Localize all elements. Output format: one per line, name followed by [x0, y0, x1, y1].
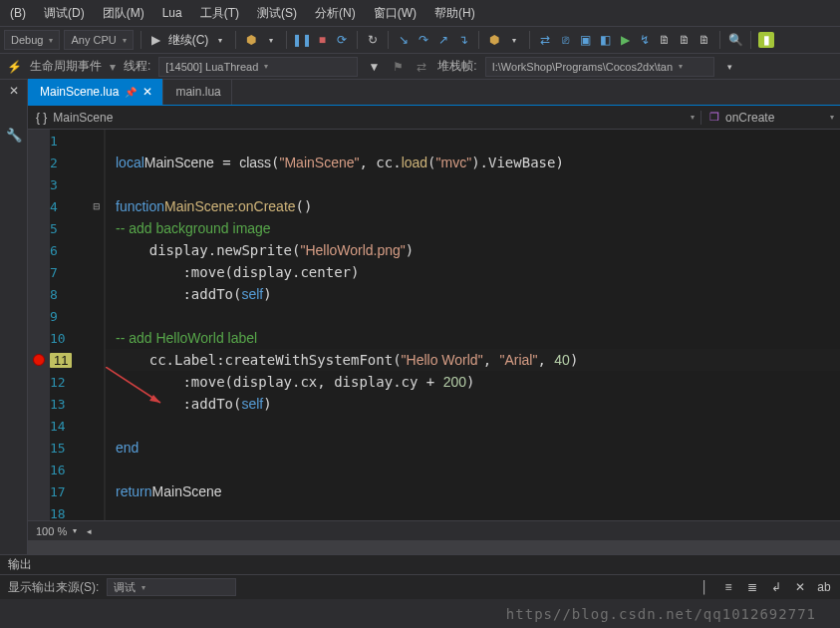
- tool-d-icon[interactable]: ◧: [597, 32, 613, 48]
- config-combo[interactable]: Debug▾: [4, 30, 60, 50]
- pin-icon[interactable]: 📌: [125, 87, 137, 98]
- tool-e-icon[interactable]: ▶: [617, 32, 633, 48]
- code-line[interactable]: -- add HelloWorld label: [106, 327, 840, 349]
- out-ico-3[interactable]: ≣: [744, 579, 760, 595]
- breakpoint-icon[interactable]: [33, 354, 45, 366]
- thread-combo[interactable]: [14500] LuaThread▾: [158, 57, 358, 77]
- flag-icon[interactable]: ⚑: [390, 59, 406, 75]
- output-window: 输出 显示输出来源(S): 调试▾ │ ≡ ≣ ↲ ✕ ab https//bl…: [0, 554, 840, 599]
- stackframe-combo[interactable]: I:\WorkShop\Programs\Cocos2dx\tan▾: [485, 57, 714, 77]
- hex2-icon[interactable]: ⬢: [486, 32, 502, 48]
- refresh-icon[interactable]: ↻: [365, 32, 381, 48]
- filter-icon[interactable]: ▼: [366, 59, 382, 75]
- menu-item[interactable]: 调试(D): [38, 3, 91, 24]
- search-icon[interactable]: 🔍: [727, 32, 743, 48]
- main-toolbar: Debug▾ Any CPU▾ ▶ 继续(C) ▾ ⬢ ▾ ❚❚ ■ ⟳ ↻ ↘…: [0, 26, 840, 54]
- life-events-label: 生命周期事件: [30, 58, 102, 75]
- fold-gutter[interactable]: ⊟: [90, 130, 104, 520]
- nav-bar: { } MainScene ▾ ❒ onCreate ▾: [28, 106, 840, 130]
- stack-caret-icon[interactable]: ▾: [722, 59, 738, 75]
- hex-icon[interactable]: ⬢: [243, 32, 259, 48]
- code-line[interactable]: [106, 130, 840, 152]
- output-source-combo[interactable]: 调试▾: [107, 578, 236, 596]
- code-line[interactable]: :move(display.center): [106, 261, 840, 283]
- code-body[interactable]: local MainScene = class("MainScene", cc.…: [104, 130, 840, 520]
- code-line[interactable]: [106, 415, 840, 437]
- tool-a-icon[interactable]: ⇄: [537, 32, 553, 48]
- caret2-icon[interactable]: ▾: [506, 32, 522, 48]
- platform-combo[interactable]: Any CPU▾: [64, 30, 133, 50]
- code-line[interactable]: :move(display.cx, display.cy + 200): [106, 371, 840, 393]
- debug-context-bar: ⚡ 生命周期事件 ▾ 线程: [14500] LuaThread▾ ▼ ⚑ ⇄ …: [0, 54, 840, 80]
- tool-f-icon[interactable]: ↯: [637, 32, 653, 48]
- code-line[interactable]: [106, 305, 840, 327]
- thread-label: 线程:: [124, 58, 150, 75]
- menu-item[interactable]: (B): [4, 4, 32, 22]
- menu-item[interactable]: 团队(M): [97, 3, 150, 24]
- step-into-icon[interactable]: ↘: [396, 32, 412, 48]
- out-ico-1[interactable]: │: [697, 579, 712, 595]
- out-ico-4[interactable]: ↲: [768, 579, 784, 595]
- scope-combo[interactable]: { } MainScene ▾: [28, 111, 700, 125]
- output-toolbar: 显示输出来源(S): 调试▾ │ ≡ ≣ ↲ ✕ ab https//blog.…: [0, 575, 840, 599]
- swap-icon[interactable]: ⇄: [414, 59, 429, 75]
- step-out-icon[interactable]: ↗: [435, 32, 451, 48]
- menu-item[interactable]: 工具(T): [194, 3, 245, 24]
- doc-a-icon[interactable]: 🗎: [657, 32, 673, 48]
- wrench-icon[interactable]: 🔧: [6, 128, 22, 143]
- code-line[interactable]: function MainScene:onCreate(): [106, 195, 840, 217]
- member-combo[interactable]: ❒ onCreate ▾: [700, 111, 840, 125]
- code-line[interactable]: [106, 173, 840, 195]
- out-ico-2[interactable]: ≡: [720, 579, 736, 595]
- menu-item[interactable]: 分析(N): [309, 3, 362, 24]
- life-events-icon[interactable]: ⚡: [6, 59, 22, 75]
- doc-c-icon[interactable]: 🗎: [697, 32, 712, 48]
- tab-label: MainScene.lua: [40, 85, 119, 99]
- code-line[interactable]: [106, 459, 840, 480]
- continue-icon[interactable]: ▶: [148, 32, 164, 48]
- step-icon[interactable]: ↴: [455, 32, 471, 48]
- tab-strip: MainScene.lua 📌 ✕ main.lua: [28, 80, 840, 106]
- code-line[interactable]: end: [106, 437, 840, 459]
- restart-icon[interactable]: ⟳: [334, 32, 350, 48]
- code-line[interactable]: return MainScene: [106, 480, 840, 502]
- watermark: https//blog.csdn.net/qq1012692771: [506, 606, 816, 622]
- menu-item[interactable]: 测试(S): [251, 3, 303, 24]
- code-line[interactable]: [106, 502, 840, 520]
- code-line[interactable]: cc.Label:createWithSystemFont("Hello Wor…: [106, 349, 840, 371]
- code-line[interactable]: display.newSprite("HelloWorld.png"): [106, 239, 840, 261]
- out-ico-6[interactable]: ab: [816, 579, 832, 595]
- cube-icon: ❒: [709, 111, 719, 124]
- tab-main[interactable]: main.lua: [163, 79, 231, 105]
- android-icon[interactable]: ▮: [758, 32, 774, 48]
- tool-b-icon[interactable]: ⎚: [557, 32, 573, 48]
- h-scrollbar[interactable]: [28, 540, 840, 554]
- editor-pane: MainScene.lua 📌 ✕ main.lua { } MainScene…: [28, 80, 840, 554]
- code-area[interactable]: 123456789101112131415161718 ⊟ local Main…: [28, 130, 840, 520]
- menu-item[interactable]: 帮助(H): [428, 3, 481, 24]
- line-number-gutter: 123456789101112131415161718: [50, 130, 90, 520]
- tool-c-icon[interactable]: ▣: [577, 32, 593, 48]
- dropdown-icon[interactable]: ▾: [212, 32, 228, 48]
- close-icon[interactable]: ✕: [142, 85, 152, 99]
- menu-bar: (B)调试(D)团队(M)Lua工具(T)测试(S)分析(N)窗口(W)帮助(H…: [0, 0, 840, 26]
- code-line[interactable]: :addTo(self): [106, 283, 840, 305]
- code-line[interactable]: local MainScene = class("MainScene", cc.…: [106, 152, 840, 173]
- tab-mainscene[interactable]: MainScene.lua 📌 ✕: [28, 79, 163, 105]
- output-title: 输出: [0, 555, 840, 575]
- side-gutter: ✕ 🔧: [0, 80, 28, 554]
- pause-icon[interactable]: ❚❚: [294, 32, 310, 48]
- out-ico-5[interactable]: ✕: [792, 579, 808, 595]
- menu-item[interactable]: 窗口(W): [368, 3, 422, 24]
- stop-icon[interactable]: ■: [314, 32, 330, 48]
- continue-button[interactable]: 继续(C): [168, 32, 209, 49]
- breakpoint-gutter[interactable]: [28, 130, 50, 520]
- code-line[interactable]: -- add background image: [106, 217, 840, 239]
- code-line[interactable]: :addTo(self): [106, 393, 840, 415]
- zoom-bar[interactable]: 100 %▾ ◂: [28, 520, 840, 540]
- doc-b-icon[interactable]: 🗎: [677, 32, 693, 48]
- step-over-icon[interactable]: ↷: [416, 32, 431, 48]
- caret-icon[interactable]: ▾: [263, 32, 279, 48]
- menu-item[interactable]: Lua: [156, 4, 188, 22]
- close-tool-icon[interactable]: ✕: [9, 84, 19, 98]
